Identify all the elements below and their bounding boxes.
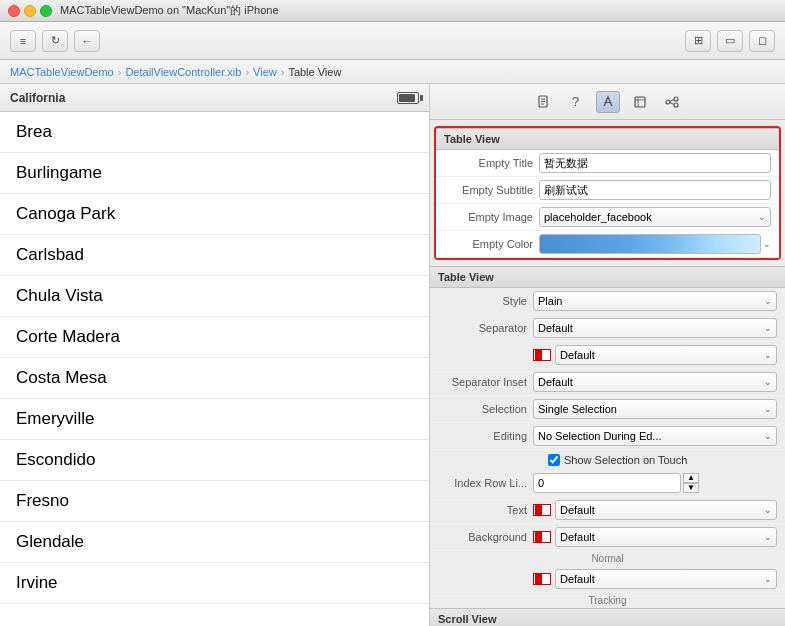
index-row-down[interactable]: ▼ (683, 483, 699, 493)
inspector-content: Table View Empty Title Empty Subtitle (430, 120, 785, 626)
editing-select[interactable]: No Selection During Ed... ⌄ (533, 426, 777, 446)
background-select[interactable]: Default ⌄ (555, 527, 777, 547)
editing-control: No Selection During Ed... ⌄ (533, 426, 777, 446)
empty-subtitle-input[interactable] (539, 180, 771, 200)
list-item[interactable]: Escondido (0, 440, 429, 481)
inspector-btn-attributes[interactable] (596, 91, 620, 113)
breadcrumb: MACTableViewDemo › DetailViewController.… (0, 60, 785, 84)
empty-subtitle-label: Empty Subtitle (444, 184, 539, 196)
layout-btn3[interactable]: ◻ (749, 30, 775, 52)
show-selection-row: Show Selection on Touch (430, 450, 785, 470)
inspector-btn-help[interactable]: ? (564, 91, 588, 113)
editing-row: Editing No Selection During Ed... ⌄ (430, 423, 785, 450)
text-control: Default ⌄ (533, 500, 777, 520)
background-row: Background Default ⌄ (430, 524, 785, 551)
index-row-input[interactable] (533, 473, 681, 493)
empty-image-row: Empty Image placeholder_facebook ⌄ (436, 204, 779, 231)
selection-select[interactable]: Single Selection ⌄ (533, 399, 777, 419)
text-label: Text (438, 504, 533, 516)
text-color-icon (533, 504, 551, 516)
refresh-btn[interactable]: ↻ (42, 30, 68, 52)
separator-inset-select[interactable]: Default ⌄ (533, 372, 777, 392)
separator-label: Separator (438, 322, 533, 334)
list-item[interactable]: Irvine (0, 563, 429, 604)
title-bar: MACTableViewDemo on "MacKun"的 iPhone (0, 0, 785, 22)
main-toolbar: ≡ ↻ ← ⊞ ▭ ◻ (0, 22, 785, 60)
list-item[interactable]: Glendale (0, 522, 429, 563)
inspector-btn-size[interactable] (628, 91, 652, 113)
list-item[interactable]: Canoga Park (0, 194, 429, 235)
table-view-section-header: Table View (430, 266, 785, 288)
breadcrumb-app[interactable]: MACTableViewDemo (10, 66, 114, 78)
selection-label: Selection (438, 403, 533, 415)
breadcrumb-tableview: Table View (288, 66, 341, 78)
chevron-down-icon: ⌄ (758, 212, 766, 222)
battery-icon (397, 92, 419, 104)
highlighted-section-header: Table View (436, 128, 779, 150)
style-control: Plain ⌄ (533, 291, 777, 311)
fullscreen-button[interactable] (40, 5, 52, 17)
menu-btn[interactable]: ≡ (10, 30, 36, 52)
empty-image-select[interactable]: placeholder_facebook ⌄ (539, 207, 771, 227)
list-item[interactable]: Corte Madera (0, 317, 429, 358)
svg-line-11 (670, 99, 674, 101)
empty-image-control: placeholder_facebook ⌄ (539, 207, 771, 227)
separator-inset-control: Default ⌄ (533, 372, 777, 392)
list-item[interactable]: Carlsbad (0, 235, 429, 276)
empty-color-label: Empty Color (444, 238, 539, 250)
list-item[interactable]: Burlingame (0, 153, 429, 194)
breadcrumb-xib[interactable]: DetailViewController.xib (125, 66, 241, 78)
chevron-down-icon: ⌄ (764, 323, 772, 333)
background-label: Background (438, 531, 533, 543)
list-item[interactable]: Brea (0, 112, 429, 153)
list-item[interactable]: Emeryville (0, 399, 429, 440)
chevron-down-icon: ⌄ (764, 532, 772, 542)
svg-point-9 (674, 97, 678, 101)
separator-color-icon (533, 349, 551, 361)
chevron-down-icon: ⌄ (764, 404, 772, 414)
empty-title-control (539, 153, 771, 173)
table-view-section: Table View Style Plain ⌄ Separator (430, 266, 785, 608)
default-select[interactable]: Default ⌄ (555, 569, 777, 589)
title-text: MACTableViewDemo on "MacKun"的 iPhone (60, 3, 279, 18)
style-select[interactable]: Plain ⌄ (533, 291, 777, 311)
list-item[interactable]: Costa Mesa (0, 358, 429, 399)
empty-title-input[interactable] (539, 153, 771, 173)
tracking-divider: Tracking (430, 593, 785, 608)
breadcrumb-view[interactable]: View (253, 66, 277, 78)
left-panel: California Brea Burlingame Canoga Park C… (0, 84, 430, 626)
empty-subtitle-control (539, 180, 771, 200)
close-button[interactable] (8, 5, 20, 17)
show-selection-checkbox[interactable] (548, 454, 560, 466)
empty-color-picker[interactable] (539, 234, 761, 254)
inspector-btn-file[interactable] (532, 91, 556, 113)
style-row: Style Plain ⌄ (430, 288, 785, 315)
separator-color-select[interactable]: Default ⌄ (555, 345, 777, 365)
default-color-icon (533, 573, 551, 585)
chevron-down-icon: ⌄ (764, 431, 772, 441)
background-control: Default ⌄ (533, 527, 777, 547)
list-item[interactable]: Fresno (0, 481, 429, 522)
layout-btn2[interactable]: ▭ (717, 30, 743, 52)
separator-inset-label: Separator Inset (438, 376, 533, 388)
back-btn[interactable]: ← (74, 30, 100, 52)
minimize-button[interactable] (24, 5, 36, 17)
layout-btn1[interactable]: ⊞ (685, 30, 711, 52)
default-control: Default ⌄ (533, 569, 777, 589)
index-row-control: ▲ ▼ (533, 473, 777, 493)
chevron-down-icon: ⌄ (764, 377, 772, 387)
list-header: California (0, 84, 429, 112)
window-controls (8, 5, 52, 17)
text-select[interactable]: Default ⌄ (555, 500, 777, 520)
list-item[interactable]: Chula Vista (0, 276, 429, 317)
inspector-btn-connections[interactable] (660, 91, 684, 113)
empty-image-label: Empty Image (444, 211, 539, 223)
style-label: Style (438, 295, 533, 307)
empty-title-label: Empty Title (444, 157, 539, 169)
empty-subtitle-row: Empty Subtitle (436, 177, 779, 204)
index-row-row: Index Row Li... ▲ ▼ (430, 470, 785, 497)
chevron-down-icon: ⌄ (763, 239, 771, 249)
index-row-up[interactable]: ▲ (683, 473, 699, 483)
separator-select[interactable]: Default ⌄ (533, 318, 777, 338)
text-row: Text Default ⌄ (430, 497, 785, 524)
